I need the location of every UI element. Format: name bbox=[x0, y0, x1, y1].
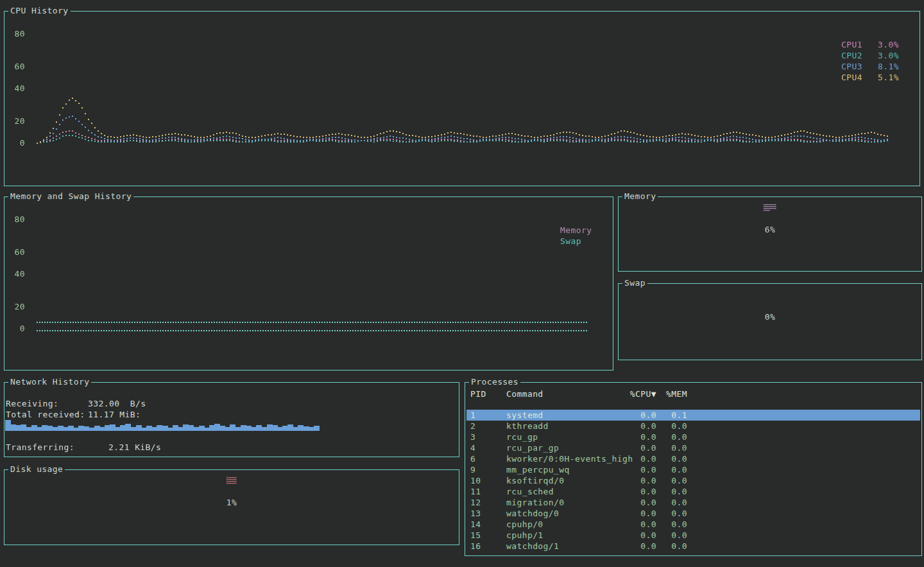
process-mem: 0.0 bbox=[659, 486, 687, 497]
process-pid: 12 bbox=[470, 497, 481, 508]
cpu-history-panel: CPU History 80 60 40 20 0 CPU13.0%CPU23.… bbox=[4, 11, 920, 186]
process-mem: 0.0 bbox=[659, 453, 687, 464]
memory-swap-history-chart bbox=[4, 197, 613, 370]
process-cpu: 0.0 bbox=[620, 541, 656, 552]
process-command: cpuhp/1 bbox=[506, 530, 543, 541]
process-mem: 0.0 bbox=[659, 508, 687, 519]
process-command: watchdog/1 bbox=[506, 541, 559, 552]
process-pid: 9 bbox=[470, 464, 475, 475]
memory-percent: 6% bbox=[619, 225, 921, 234]
memory-gauge-title: Memory bbox=[622, 191, 658, 202]
column-header-command[interactable]: Command bbox=[506, 388, 543, 399]
process-cpu: 0.0 bbox=[620, 497, 656, 508]
process-row[interactable]: 4rcu_par_gp0.00.0 bbox=[466, 442, 920, 453]
process-row[interactable]: 13watchdog/00.00.0 bbox=[466, 508, 920, 519]
process-mem: 0.0 bbox=[659, 442, 687, 453]
processes-title: Processes bbox=[469, 377, 520, 387]
legend-value: 3.0% bbox=[878, 50, 899, 61]
process-mem: 0.0 bbox=[659, 421, 687, 432]
column-header-mem[interactable]: %MEM bbox=[659, 388, 687, 399]
process-row-selected[interactable]: 1systemd0.00.1 bbox=[466, 410, 920, 421]
transferring-value: 2.21 KiB/s bbox=[108, 442, 161, 452]
process-mem: 0.0 bbox=[659, 432, 687, 442]
memory-swap-legend: MemorySwap bbox=[560, 225, 599, 247]
process-cpu: 0.0 bbox=[620, 410, 656, 421]
process-mem: 0.0 bbox=[659, 541, 687, 552]
legend-item-memory: Memory bbox=[560, 225, 599, 236]
process-pid: 14 bbox=[470, 519, 481, 530]
process-command: kthreadd bbox=[506, 421, 549, 432]
cpu-tick-20: 20 bbox=[10, 116, 25, 126]
process-row[interactable]: 10ksoftirqd/00.00.0 bbox=[466, 475, 920, 486]
memswap-tick-40: 40 bbox=[10, 269, 25, 279]
memswap-tick-20: 20 bbox=[10, 302, 25, 311]
legend-label: CPU3 bbox=[841, 61, 862, 72]
process-pid: 2 bbox=[470, 421, 475, 432]
memswap-tick-80: 80 bbox=[10, 214, 25, 224]
legend-item-cpu2: CPU23.0% bbox=[841, 50, 899, 61]
process-cpu: 0.0 bbox=[620, 442, 656, 453]
process-row[interactable]: 11rcu_sched0.00.0 bbox=[466, 486, 920, 497]
process-row[interactable]: 2kthreadd0.00.0 bbox=[466, 421, 920, 432]
column-header-cpu-sort-desc[interactable]: %CPU▼ bbox=[620, 388, 656, 399]
cpu-tick-40: 40 bbox=[10, 83, 25, 93]
process-pid: 11 bbox=[470, 486, 481, 497]
cpu-history-chart bbox=[4, 12, 920, 186]
column-header-pid[interactable]: PID bbox=[470, 388, 486, 399]
process-pid: 6 bbox=[470, 453, 475, 464]
process-row[interactable]: 9mm_percpu_wq0.00.0 bbox=[466, 464, 920, 475]
process-pid: 16 bbox=[470, 541, 481, 552]
processes-panel: Processes PID Command %CPU▼ %MEM 1system… bbox=[465, 382, 922, 556]
process-command: cpuhp/0 bbox=[506, 519, 543, 530]
process-cpu: 0.0 bbox=[620, 486, 656, 497]
process-mem: 0.0 bbox=[659, 519, 687, 530]
process-command: watchdog/0 bbox=[506, 508, 559, 519]
process-cpu: 0.0 bbox=[620, 453, 656, 464]
process-mem: 0.0 bbox=[659, 497, 687, 508]
process-mem: 0.0 bbox=[659, 530, 687, 541]
process-row[interactable]: 3rcu_gp0.00.0 bbox=[466, 432, 920, 442]
legend-label: Memory bbox=[560, 225, 592, 236]
process-row[interactable]: 12migration/00.00.0 bbox=[466, 497, 920, 508]
swap-gauge-dots bbox=[764, 291, 776, 299]
process-command: migration/0 bbox=[506, 497, 565, 508]
legend-label: CPU4 bbox=[841, 72, 862, 83]
swap-percent: 0% bbox=[619, 312, 921, 322]
process-pid: 3 bbox=[470, 432, 475, 442]
cpu-legend: CPU13.0%CPU23.0%CPU38.1%CPU45.1% bbox=[841, 39, 899, 83]
disk-usage-panel: Disk usage 1% bbox=[4, 469, 459, 545]
process-command: systemd bbox=[506, 410, 543, 421]
process-cpu: 0.0 bbox=[620, 432, 656, 442]
cpu-tick-60: 60 bbox=[10, 62, 25, 71]
system-monitor-screen: { "colors": { "background": "#292b2b", "… bbox=[0, 0, 924, 567]
process-mem: 0.1 bbox=[659, 410, 687, 421]
process-pid: 1 bbox=[470, 410, 475, 421]
process-row[interactable]: 14cpuhp/00.00.0 bbox=[466, 519, 920, 530]
network-history-panel: Network History Receiving: 332.00 B/s To… bbox=[4, 382, 459, 457]
disk-usage-title: Disk usage bbox=[8, 464, 65, 475]
legend-label: CPU1 bbox=[841, 39, 862, 50]
process-row[interactable]: 6kworker/0:0H-events_high0.00.0 bbox=[466, 453, 920, 464]
process-cpu: 0.0 bbox=[620, 519, 656, 530]
process-mem: 0.0 bbox=[659, 475, 687, 486]
process-cpu: 0.0 bbox=[620, 421, 656, 432]
legend-value: 3.0% bbox=[878, 39, 899, 50]
legend-value: 8.1% bbox=[878, 61, 899, 72]
process-command: rcu_gp bbox=[506, 432, 538, 442]
cpu-tick-0: 0 bbox=[10, 138, 25, 148]
memswap-tick-0: 0 bbox=[10, 324, 25, 333]
legend-label: Swap bbox=[560, 236, 581, 247]
process-cpu: 0.0 bbox=[620, 530, 656, 541]
process-row[interactable]: 15cpuhp/10.00.0 bbox=[466, 530, 920, 541]
legend-item-cpu1: CPU13.0% bbox=[841, 39, 899, 50]
memory-gauge-panel: Memory 6% bbox=[618, 196, 922, 272]
process-pid: 15 bbox=[470, 530, 481, 541]
legend-item-cpu4: CPU45.1% bbox=[841, 72, 899, 83]
legend-item-swap: Swap bbox=[560, 236, 599, 247]
swap-gauge-panel: Swap 0% bbox=[618, 283, 922, 360]
cpu-tick-80: 80 bbox=[10, 29, 25, 39]
process-mem: 0.0 bbox=[659, 464, 687, 475]
process-row[interactable]: 16watchdog/10.00.0 bbox=[466, 541, 920, 552]
disk-percent: 1% bbox=[4, 498, 459, 507]
legend-value: 5.1% bbox=[878, 72, 899, 83]
